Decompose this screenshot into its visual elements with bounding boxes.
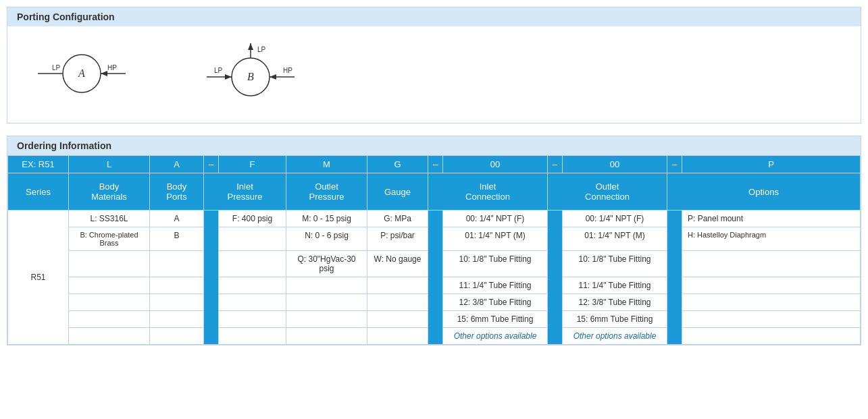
- example-dash4: –: [667, 156, 682, 173]
- data-row-1: R51 L: SS316L A F: 400 psig M: 0 - 15 ps…: [8, 211, 861, 227]
- cell-options-3: [682, 251, 861, 277]
- example-col8: P: [682, 156, 861, 173]
- ordering-header: Ordering Information: [7, 136, 861, 155]
- dash-mid-3: [548, 211, 563, 345]
- cell-outlet-conn-1: 00: 1/4" NPT (F): [563, 211, 667, 227]
- cell-gauge-7: [367, 328, 428, 345]
- cell-inlet-conn-6: 15: 6mm Tube Fitting: [443, 311, 548, 328]
- svg-text:LP: LP: [214, 67, 223, 74]
- cell-inlet-conn-5: 12: 3/8" Tube Fitting: [443, 294, 548, 311]
- cell-body-ports-4: [150, 277, 204, 294]
- example-col7: 00: [563, 156, 667, 173]
- cell-outlet-pressure-5: [286, 294, 367, 311]
- header-gauge: Gauge: [367, 173, 428, 211]
- cell-outlet-pressure-7: [286, 328, 367, 345]
- diagram-b: B LP LP HP: [190, 40, 311, 109]
- cell-options-1: P: Panel mount: [682, 211, 861, 227]
- cell-inlet-conn-1: 00: 1/4" NPT (F): [443, 211, 548, 227]
- example-col4: M: [286, 156, 367, 173]
- svg-text:HP: HP: [107, 64, 117, 72]
- example-col1: L: [69, 156, 150, 173]
- header-row: Series BodyMaterials BodyPorts InletPres…: [8, 173, 861, 211]
- dash-mid-2: [428, 211, 443, 345]
- cell-inlet-conn-3: 10: 1/8" Tube Fitting: [443, 251, 548, 277]
- svg-text:HP: HP: [283, 67, 292, 74]
- cell-gauge-6: [367, 311, 428, 328]
- porting-title: Porting Configuration: [17, 11, 115, 22]
- cell-body-mat-6: [69, 311, 150, 328]
- cell-series: R51: [8, 211, 69, 345]
- svg-marker-13: [225, 74, 232, 80]
- cell-outlet-pressure-6: [286, 311, 367, 328]
- cell-outlet-conn-7: Other options available: [563, 328, 667, 345]
- cell-inlet-pressure-5: [219, 294, 286, 311]
- cell-inlet-conn-2: 01: 1/4" NPT (M): [443, 227, 548, 251]
- svg-marker-10: [248, 43, 253, 50]
- svg-text:A: A: [78, 67, 85, 79]
- cell-outlet-conn-2: 01: 1/4" NPT (M): [563, 227, 667, 251]
- cell-outlet-pressure-4: [286, 277, 367, 294]
- header-outlet-connection: OutletConnection: [548, 173, 667, 211]
- cell-gauge-5: [367, 294, 428, 311]
- cell-body-ports-1: A: [150, 211, 204, 227]
- cell-body-mat-3: [69, 251, 150, 277]
- svg-text:LP: LP: [52, 64, 61, 72]
- cell-options-7: [682, 328, 861, 345]
- cell-outlet-conn-4: 11: 1/4" Tube Fitting: [563, 277, 667, 294]
- header-inlet-pressure: InletPressure: [204, 173, 286, 211]
- example-series: EX: R51: [8, 156, 69, 173]
- cell-body-ports-7: [150, 328, 204, 345]
- ordering-section: Ordering Information EX: R51: [7, 136, 861, 345]
- example-col5: G: [367, 156, 428, 173]
- cell-body-ports-6: [150, 311, 204, 328]
- cell-body-ports-5: [150, 294, 204, 311]
- example-col3: F: [219, 156, 286, 173]
- cell-inlet-pressure-6: [219, 311, 286, 328]
- header-series: Series: [8, 173, 69, 211]
- header-options: Options: [667, 173, 861, 211]
- example-dash1: –: [204, 156, 219, 173]
- cell-inlet-conn-4: 11: 1/4" Tube Fitting: [443, 277, 548, 294]
- cell-body-ports-2: B: [150, 227, 204, 251]
- cell-body-mat-1: L: SS316L: [69, 211, 150, 227]
- svg-marker-16: [270, 74, 276, 80]
- diagram-a: A LP HP: [28, 47, 136, 103]
- cell-outlet-conn-3: 10: 1/8" Tube Fitting: [563, 251, 667, 277]
- cell-options-5: [682, 294, 861, 311]
- cell-body-mat-7: [69, 328, 150, 345]
- porting-header: Porting Configuration: [7, 7, 861, 26]
- example-dash3: –: [548, 156, 563, 173]
- porting-content: A LP HP B: [7, 26, 861, 123]
- dash-mid-4: [667, 211, 682, 345]
- cell-outlet-pressure-2: N: 0 - 6 psig: [286, 227, 367, 251]
- ordering-table: EX: R51 L A – F M G – 00 – 00 – P Series…: [7, 155, 861, 345]
- cell-options-2: H: Hastelloy Diaphragm: [682, 227, 861, 251]
- cell-outlet-pressure-1: M: 0 - 15 psig: [286, 211, 367, 227]
- svg-text:LP: LP: [257, 46, 266, 53]
- page: Porting Configuration A LP: [0, 0, 868, 419]
- cell-gauge-4: [367, 277, 428, 294]
- cell-inlet-pressure-7: [219, 328, 286, 345]
- cell-body-mat-5: [69, 294, 150, 311]
- example-dash2: –: [428, 156, 443, 173]
- cell-options-6: [682, 311, 861, 328]
- svg-text:B: B: [247, 71, 254, 82]
- cell-options-4: [682, 277, 861, 294]
- header-body-materials: BodyMaterials: [69, 173, 150, 211]
- cell-outlet-conn-5: 12: 3/8" Tube Fitting: [563, 294, 667, 311]
- example-row: EX: R51 L A – F M G – 00 – 00 – P: [8, 156, 861, 173]
- cell-body-ports-3: [150, 251, 204, 277]
- ordering-title: Ordering Information: [17, 140, 111, 151]
- cell-gauge-3: W: No gauge: [367, 251, 428, 277]
- cell-inlet-conn-7: Other options available: [443, 328, 548, 345]
- example-col6: 00: [443, 156, 548, 173]
- cell-inlet-pressure-4: [219, 277, 286, 294]
- cell-inlet-pressure-2: [219, 227, 286, 251]
- cell-inlet-pressure-3: [219, 251, 286, 277]
- cell-body-mat-4: [69, 277, 150, 294]
- cell-outlet-conn-6: 15: 6mm Tube Fitting: [563, 311, 667, 328]
- cell-inlet-pressure-1: F: 400 psig: [219, 211, 286, 227]
- cell-body-mat-2: B: Chrome-plated Brass: [69, 227, 150, 251]
- dash-mid-1: [204, 211, 219, 345]
- cell-outlet-pressure-3: Q: 30"HgVac-30 psig: [286, 251, 367, 277]
